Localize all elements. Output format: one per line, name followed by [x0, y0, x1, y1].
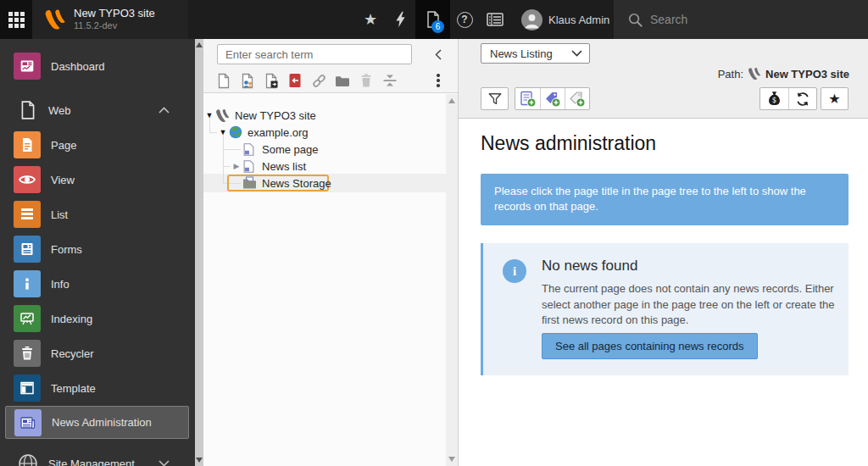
site-management-icon — [18, 453, 38, 466]
page-tree-panel: ▼ New TYPO3 site ▼ example.org Some page — [203, 39, 458, 466]
sidebar-item-page[interactable]: Page — [0, 128, 195, 162]
tree-node-label[interactable]: example.org — [248, 126, 309, 139]
sidebar-item-dashboard[interactable]: Dashboard — [0, 49, 195, 83]
cache-button[interactable]: $ — [760, 88, 788, 109]
system-information-icon — [487, 13, 504, 26]
reload-button[interactable] — [788, 88, 816, 109]
doc-actions-group: $ — [760, 87, 817, 110]
expander-closed-icon[interactable]: ▶ — [232, 162, 241, 170]
web-section-icon — [18, 100, 38, 120]
new-page-icon[interactable] — [212, 70, 236, 91]
system-information-button[interactable] — [486, 0, 504, 39]
sidebar-section-label: Site Management — [48, 458, 135, 466]
sidebar-item-indexing[interactable]: Indexing — [0, 302, 195, 336]
page-icon — [243, 160, 254, 173]
sidebar-item-template[interactable]: Template — [0, 371, 195, 405]
path-value: New TYPO3 site — [765, 68, 849, 80]
help-icon: ? — [457, 12, 473, 28]
scroll-down-arrow[interactable] — [196, 458, 203, 463]
site-title: New TYPO3 site — [74, 7, 155, 20]
news-administration-icon — [14, 409, 42, 436]
search-input[interactable] — [650, 13, 837, 26]
module-menu: Dashboard Web Page View List Forms — [0, 39, 195, 466]
modules-toggle-button[interactable] — [0, 0, 32, 39]
new-shortcut-page-icon[interactable] — [259, 70, 283, 91]
filter-button[interactable] — [481, 87, 509, 110]
sidebar-item-label: News Administration — [52, 416, 152, 429]
sidebar-item-view[interactable]: View — [0, 163, 195, 197]
expander-open-icon[interactable]: ▼ — [219, 128, 227, 136]
scroll-down-arrow[interactable] — [448, 457, 455, 462]
expander-open-icon[interactable]: ▼ — [205, 111, 214, 119]
view-module-icon — [14, 166, 41, 193]
sidebar-item-label: Forms — [51, 243, 82, 256]
tree-node-label[interactable]: Some page — [262, 143, 319, 156]
tree-scrollbar[interactable] — [446, 94, 458, 466]
info-module-icon — [14, 270, 41, 297]
typo3-path-icon — [748, 67, 761, 80]
clear-cache-button[interactable] — [392, 0, 408, 39]
globe-icon — [229, 125, 242, 139]
new-mountpoint-icon[interactable] — [283, 70, 307, 91]
sidebar-item-label: List — [51, 208, 68, 221]
open-documents-button[interactable] — [415, 0, 450, 39]
tree-node-some-page[interactable]: Some page — [203, 141, 446, 158]
new-news-record-icon — [520, 91, 537, 108]
tree-node-label[interactable]: News Storage — [262, 177, 331, 190]
new-page-users-icon[interactable] — [236, 70, 259, 91]
divider-icon[interactable] — [378, 70, 402, 91]
tree-node-site[interactable]: ▼ example.org — [203, 124, 446, 141]
see-all-pages-button[interactable]: See all pages containing news records — [542, 333, 758, 359]
sidebar-section-site-management[interactable]: Site Management — [0, 447, 195, 466]
new-category-button[interactable] — [540, 88, 565, 109]
sidebar-item-list[interactable]: List — [0, 197, 195, 231]
bookmarks-button[interactable]: ★ — [363, 0, 378, 39]
storage-folder-icon — [242, 176, 257, 189]
sidebar-item-info[interactable]: Info — [0, 267, 195, 301]
bolt-icon — [394, 11, 406, 28]
new-link-icon[interactable] — [307, 70, 331, 91]
view-mode-select[interactable]: News Listing — [481, 43, 590, 64]
breadcrumb: Path: New TYPO3 site — [718, 66, 849, 81]
new-news-record-button[interactable] — [515, 88, 540, 109]
tree-node-news-storage[interactable]: News Storage — [203, 175, 446, 191]
brand-area[interactable]: New TYPO3 site 11.5.2-dev — [32, 0, 188, 39]
collapse-tree-button[interactable] — [429, 45, 448, 64]
tree-node-root[interactable]: ▼ New TYPO3 site — [203, 107, 446, 124]
scroll-up-arrow[interactable] — [196, 42, 203, 47]
help-button[interactable]: ? — [456, 0, 473, 39]
sidebar-item-label: Template — [51, 382, 96, 395]
new-folder-icon[interactable] — [331, 70, 354, 91]
callout-title: No news found — [542, 258, 637, 275]
sidebar-item-news-administration[interactable]: News Administration — [5, 406, 189, 439]
scroll-up-arrow[interactable] — [448, 98, 455, 103]
sidebar-item-label: Page — [51, 139, 76, 152]
tree-node-label[interactable]: New TYPO3 site — [235, 109, 316, 122]
tree-search-input[interactable] — [217, 44, 412, 64]
sidebar-item-forms[interactable]: Forms — [0, 232, 195, 266]
more-vertical-icon[interactable] — [429, 71, 448, 90]
user-menu[interactable] — [521, 0, 542, 39]
sidebar-section-web[interactable]: Web — [0, 93, 195, 127]
forms-module-icon — [14, 236, 41, 263]
dashboard-icon — [14, 53, 41, 80]
sidebar-item-recycler[interactable]: Recycler — [0, 336, 195, 370]
typo3-root-icon — [215, 108, 230, 123]
sidebar-section-label: Web — [48, 104, 71, 117]
chevron-up-icon — [159, 107, 170, 114]
sidebar-item-label: Recycler — [51, 347, 94, 360]
view-mode-value: News Listing — [490, 47, 571, 60]
sidebar-scrollbar[interactable] — [195, 39, 203, 466]
page-title: News administration — [481, 132, 656, 155]
tree-node-label[interactable]: News list — [262, 160, 306, 173]
topbar: New TYPO3 site 11.5.2-dev ★ 6 ? Klaus Ad… — [0, 0, 868, 39]
new-tag-button[interactable] — [565, 88, 589, 109]
trash-icon[interactable] — [354, 70, 378, 91]
tree-node-news-list[interactable]: ▶ News list — [203, 158, 446, 175]
bookmark-button[interactable]: ★ — [821, 87, 849, 110]
template-module-icon — [14, 374, 41, 402]
user-name[interactable]: Klaus Admin — [548, 0, 609, 39]
list-module-icon — [14, 201, 41, 228]
new-record-button-group — [515, 87, 590, 110]
svg-text:$: $ — [772, 96, 776, 104]
